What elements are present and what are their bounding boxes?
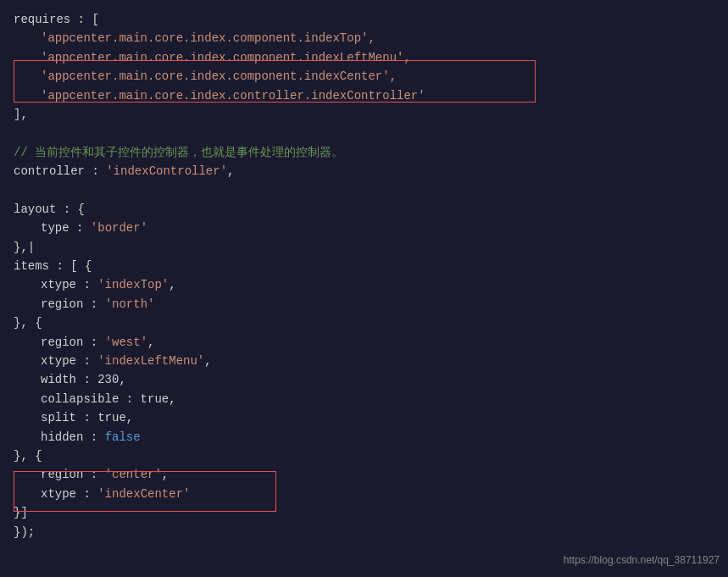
code-text: 'appcenter.main.core.index.controller.in… (41, 89, 425, 103)
watermark: https://blog.csdn.net/qq_38711927 (564, 552, 720, 569)
code-line: xtype : 'indexTop', (0, 275, 728, 294)
code-text: 'appcenter.main.core.index.component.ind… (41, 69, 397, 83)
code-text: 'indexCenter' (97, 487, 190, 501)
code-line: hidden : false (0, 428, 728, 447)
code-text: xtype : (41, 278, 97, 291)
code-text: collapsible : true, (41, 392, 176, 406)
code-text: width : 230, (41, 373, 126, 386)
code-text: }); (14, 525, 35, 539)
code-text: },| (14, 241, 35, 254)
code-lines: requires : [ 'appcenter.main.core.index.… (0, 8, 728, 541)
code-line: }, { (0, 313, 728, 332)
code-text: requires : [ (14, 13, 99, 26)
code-line: 'appcenter.main.core.index.component.ind… (0, 67, 728, 86)
code-line: region : 'center', (0, 465, 728, 484)
code-line: items : [ { (0, 257, 728, 275)
code-line (0, 181, 728, 200)
code-line: collapsible : true, (0, 390, 728, 408)
code-text: }, { (14, 316, 42, 330)
code-text: items : [ { (14, 259, 92, 273)
code-line: layout : { (0, 200, 728, 219)
code-line: split : true, (0, 408, 728, 427)
code-text: ], (14, 108, 28, 121)
code-line: controller : 'indexController', (0, 162, 728, 180)
code-editor: requires : [ 'appcenter.main.core.index.… (0, 0, 728, 577)
code-line: xtype : 'indexCenter' (0, 485, 728, 503)
code-text: : (69, 221, 91, 235)
code-text: type (41, 221, 69, 235)
code-text: , (169, 278, 175, 291)
code-line: 'appcenter.main.core.index.controller.in… (0, 86, 728, 105)
code-line: requires : [ (0, 10, 728, 29)
code-text: false (105, 430, 141, 444)
code-text: 'appcenter.main.core.index.component.ind… (41, 51, 411, 64)
code-text: 'border' (91, 221, 147, 235)
code-text: , (162, 468, 169, 481)
code-text: 'indexController' (106, 164, 227, 178)
code-text: 'appcenter.main.core.index.component.ind… (41, 31, 375, 45)
code-text: , (227, 164, 234, 178)
code-text: }] (14, 506, 28, 519)
code-text: }, { (14, 449, 42, 463)
code-text: hidden : (41, 430, 105, 444)
code-text: 'west' (105, 336, 147, 349)
code-line: }, { (0, 447, 728, 465)
code-line: ], (0, 105, 728, 124)
code-line (0, 124, 728, 142)
code-line: }); (0, 523, 728, 541)
code-text: layout : { (14, 203, 85, 216)
code-line: 'appcenter.main.core.index.component.ind… (0, 48, 728, 67)
code-text: xtype : (41, 354, 97, 368)
code-text: split : true, (41, 411, 133, 424)
code-text: controller : (14, 164, 106, 178)
code-line: // 当前控件和其子控件的控制器，也就是事件处理的控制器。 (0, 143, 728, 162)
code-text: region : (41, 468, 105, 481)
code-text: 'indexTop' (97, 278, 169, 291)
code-line: region : 'west', (0, 333, 728, 352)
code-text: region : (41, 297, 105, 311)
code-line: type : 'border' (0, 219, 728, 237)
code-text: 'north' (105, 297, 155, 311)
code-text: , (204, 354, 211, 368)
code-text: xtype : (41, 487, 97, 501)
code-text: region : (41, 336, 105, 349)
code-line: 'appcenter.main.core.index.component.ind… (0, 29, 728, 47)
code-line: width : 230, (0, 370, 728, 389)
code-comment: // 当前控件和其子控件的控制器，也就是事件处理的控制器。 (14, 146, 343, 159)
code-text: , (147, 336, 154, 349)
code-line: xtype : 'indexLeftMenu', (0, 352, 728, 370)
code-line: },| (0, 238, 728, 257)
code-text: 'indexLeftMenu' (97, 354, 204, 368)
code-text: 'center' (105, 468, 162, 481)
code-line: region : 'north' (0, 295, 728, 313)
code-line: }] (0, 503, 728, 522)
